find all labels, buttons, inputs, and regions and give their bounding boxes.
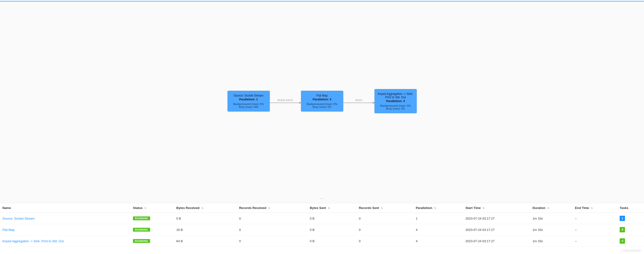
cell-start-time-2: 2023-07-24 03:17:27	[463, 236, 530, 247]
cell-name-0[interactable]: Source: Socket Stream	[0, 213, 130, 224]
dag-node-flatmap[interactable]: Flat Map Parallelism: 4 Backpressured (m…	[301, 91, 343, 111]
sort-status-icon: ⇅	[144, 207, 146, 210]
cell-status-1: RUNNING	[130, 224, 174, 236]
cell-parallelism-1: 4	[414, 224, 463, 236]
node-source-parallelism: Parallelism: 1	[230, 98, 267, 101]
node-source-title: Source: Socket Stream	[230, 94, 267, 97]
node-keyed-backpressured: Backpressured (max): 0%	[377, 104, 414, 107]
col-name[interactable]: Name	[0, 203, 130, 213]
connector-rebalance-line	[270, 103, 301, 103]
dag-container: Source: Socket Stream Parallelism: 1 Bac…	[228, 89, 416, 113]
cell-records-received-0: 0	[236, 213, 308, 224]
table-row: Source: Socket Stream RUNNING 0 B 0 0 B …	[0, 213, 644, 224]
main-content: Source: Socket Stream Parallelism: 1 Bac…	[0, 0, 644, 254]
cell-records-received-2: 0	[236, 236, 308, 247]
cell-bytes-received-0: 0 B	[174, 213, 237, 224]
sort-parallelism-icon: ⇅	[434, 207, 436, 210]
cell-status-0: RUNNING	[130, 213, 174, 224]
node-flatmap-title: Flat Map	[304, 94, 340, 97]
sort-bytes-sent-icon: ⇅	[328, 207, 330, 210]
dag-connector-rebalance: REBALANCE	[270, 99, 301, 103]
cell-tasks-1: 4	[617, 224, 644, 236]
col-start-time[interactable]: Start Time ⇅	[463, 203, 530, 213]
col-parallelism[interactable]: Parallelism ⇅	[414, 203, 463, 213]
dag-node-source[interactable]: Source: Socket Stream Parallelism: 1 Bac…	[228, 91, 270, 111]
cell-parallelism-2: 4	[414, 236, 463, 247]
jobs-table: Name Status ⇅ Bytes Received ⇅ Records R…	[0, 203, 644, 247]
col-records-sent[interactable]: Records Sent ⇅	[356, 203, 413, 213]
node-source-busy: Busy (max): N/A	[230, 105, 267, 108]
tasks-badge-0: 1	[620, 216, 625, 221]
sort-records-received-icon: ⇅	[268, 207, 270, 210]
tasks-badge-1: 4	[620, 227, 625, 232]
sort-bytes-received-icon: ⇅	[202, 207, 203, 210]
node-source-backpressured: Backpressured (max): 0%	[230, 103, 267, 105]
more-options-dots[interactable]: ...	[320, 194, 324, 201]
sort-records-sent-icon: ⇅	[381, 207, 383, 210]
dag-node-keyed[interactable]: Keyed Aggregation -> Sink: Print to Std.…	[374, 89, 416, 113]
table-row: Keyed Aggregation -> Sink: Print to Std.…	[0, 236, 644, 247]
cell-duration-1: 1m 33s	[530, 224, 572, 236]
cell-start-time-0: 2023-07-24 03:17:27	[463, 213, 530, 224]
sort-duration-icon: ⇅	[547, 207, 549, 210]
cell-bytes-sent-2: 0 B	[308, 236, 356, 247]
cell-end-time-1: –	[573, 224, 618, 236]
cell-bytes-sent-0: 0 B	[308, 213, 356, 224]
watermark: CSDN @冯尼王	[622, 249, 641, 253]
col-bytes-received[interactable]: Bytes Received ⇅	[174, 203, 237, 213]
node-keyed-title: Keyed Aggregation -> Sink: Print to Std.…	[377, 92, 414, 99]
cell-name-2[interactable]: Keyed Aggregation -> Sink: Print to Std.…	[0, 236, 130, 247]
col-duration[interactable]: Duration ⇅	[530, 203, 572, 213]
col-end-time[interactable]: End Time ⇅	[573, 203, 618, 213]
sort-end-time-icon: ⇅	[591, 207, 593, 210]
dag-connector-hash: HASH	[343, 99, 374, 103]
cell-records-sent-0: 0	[356, 213, 413, 224]
cell-parallelism-0: 1	[414, 213, 463, 224]
connector-rebalance-label: REBALANCE	[277, 99, 293, 102]
status-badge-2: RUNNING	[133, 239, 150, 243]
cell-bytes-sent-1: 0 B	[308, 224, 356, 236]
cell-bytes-received-2: 64 B	[174, 236, 237, 247]
cell-end-time-0: –	[573, 213, 618, 224]
status-badge-0: RUNNING	[133, 217, 150, 220]
col-records-received[interactable]: Records Received ⇅	[236, 203, 308, 213]
cell-records-sent-1: 0	[356, 224, 413, 236]
cell-bytes-received-1: 16 B	[174, 224, 237, 236]
sort-start-time-icon: ⇅	[482, 207, 484, 210]
table-area: Name Status ⇅ Bytes Received ⇅ Records R…	[0, 203, 644, 254]
cell-end-time-2: –	[573, 236, 618, 247]
connector-hash-label: HASH	[355, 99, 362, 102]
cell-records-sent-2: 0	[356, 236, 413, 247]
node-keyed-parallelism: Parallelism: 4	[377, 99, 414, 103]
table-row: Flat Map RUNNING 16 B 0 0 B 0 4 2023-07-…	[0, 224, 644, 236]
connector-hash-line	[343, 103, 374, 103]
table-header-row: Name Status ⇅ Bytes Received ⇅ Records R…	[0, 203, 644, 213]
col-tasks: Tasks	[617, 203, 644, 213]
cell-start-time-1: 2023-07-24 03:17:27	[463, 224, 530, 236]
tasks-badge-2: 4	[620, 238, 625, 244]
col-status[interactable]: Status ⇅	[130, 203, 174, 213]
status-badge-1: RUNNING	[133, 228, 150, 232]
cell-duration-0: 1m 33s	[530, 213, 572, 224]
cell-tasks-2: 4	[617, 236, 644, 247]
col-bytes-sent[interactable]: Bytes Sent ⇅	[308, 203, 356, 213]
cell-name-1[interactable]: Flat Map	[0, 224, 130, 236]
node-flatmap-parallelism: Parallelism: 4	[304, 98, 340, 101]
node-flatmap-backpressured: Backpressured (max): 0%	[304, 103, 340, 105]
cell-records-received-1: 0	[236, 224, 308, 236]
cell-duration-2: 1m 33s	[530, 236, 572, 247]
node-keyed-busy: Busy (max): 0%	[377, 107, 414, 110]
node-flatmap-busy: Busy (max): 0%	[304, 105, 340, 108]
cell-tasks-0: 1	[617, 213, 644, 224]
cell-status-2: RUNNING	[130, 236, 174, 247]
dag-graph-area: Source: Socket Stream Parallelism: 1 Bac…	[0, 1, 644, 203]
